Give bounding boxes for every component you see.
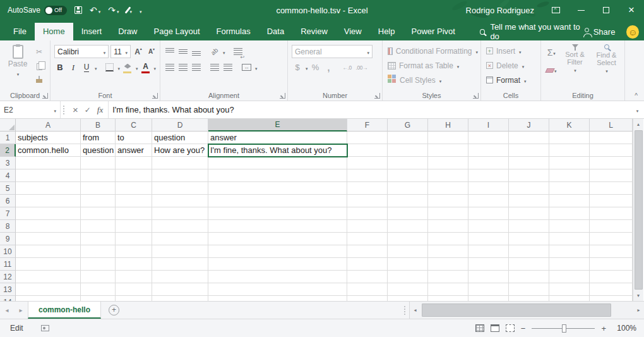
cell-J3[interactable]: [509, 157, 549, 169]
cell-L10[interactable]: [590, 245, 633, 258]
cell-C11[interactable]: [116, 258, 152, 271]
decrease-indent-button[interactable]: [209, 61, 220, 74]
collapse-ribbon-button[interactable]: [635, 92, 638, 99]
cell-G14[interactable]: [388, 296, 428, 301]
cell-H11[interactable]: [428, 258, 468, 271]
cell-K9[interactable]: [549, 233, 590, 245]
underline-button[interactable]: [81, 61, 92, 74]
cell-E8[interactable]: [208, 220, 347, 233]
cell-A1[interactable]: subjects: [16, 132, 81, 144]
feedback-smiley-button[interactable]: [626, 25, 639, 39]
confirm-entry-button[interactable]: [85, 106, 91, 114]
chevron-down-icon[interactable]: [98, 6, 101, 15]
alignment-dialog-launcher[interactable]: [280, 93, 285, 99]
cell-A12[interactable]: [16, 271, 81, 283]
cell-K12[interactable]: [549, 271, 590, 283]
cell-F2[interactable]: [347, 144, 388, 157]
cell-F9[interactable]: [347, 233, 388, 245]
cell-E2[interactable]: I'm fine, thanks. What about you?: [208, 144, 347, 157]
cell-I9[interactable]: [468, 233, 509, 245]
delete-cells-button[interactable]: Delete: [485, 58, 538, 73]
cell-A4[interactable]: [16, 169, 81, 182]
chevron-down-icon[interactable]: [573, 66, 576, 75]
cell-C6[interactable]: [116, 195, 152, 207]
cell-C13[interactable]: [116, 283, 152, 296]
tab-page-layout[interactable]: Page Layout: [146, 23, 208, 40]
cell-H5[interactable]: [428, 182, 468, 195]
align-top-button[interactable]: [164, 46, 176, 58]
cell-D8[interactable]: [152, 220, 208, 233]
chevron-down-icon[interactable]: [103, 47, 106, 56]
cell-E7[interactable]: [208, 207, 347, 220]
cell-J4[interactable]: [509, 169, 549, 182]
cell-C4[interactable]: [116, 169, 152, 182]
styles-dialog-launcher[interactable]: [473, 93, 479, 99]
row-header-2[interactable]: 2: [0, 144, 16, 157]
cell-I5[interactable]: [468, 182, 509, 195]
cell-B5[interactable]: [81, 182, 116, 195]
row-header-7[interactable]: 7: [0, 207, 16, 220]
column-header-G[interactable]: G: [388, 119, 428, 132]
cell-G9[interactable]: [388, 233, 428, 245]
scroll-up-icon[interactable]: ▴: [633, 119, 644, 130]
vertical-scroll-thumb[interactable]: [635, 130, 643, 290]
decrease-decimal-button[interactable]: [355, 61, 369, 74]
column-header-H[interactable]: H: [428, 119, 468, 132]
cell-H3[interactable]: [428, 157, 468, 169]
cell-D9[interactable]: [152, 233, 208, 245]
tell-me-box[interactable]: Tell me what you want to do: [480, 23, 585, 40]
cell-E12[interactable]: [208, 271, 347, 283]
chevron-down-icon[interactable]: [439, 76, 442, 85]
cell-A13[interactable]: [16, 283, 81, 296]
cell-G5[interactable]: [388, 182, 428, 195]
cell-A3[interactable]: [16, 157, 81, 169]
normal-view-button[interactable]: [475, 324, 484, 332]
cut-button[interactable]: [33, 46, 45, 58]
cell-E10[interactable]: [208, 245, 347, 258]
cell-F13[interactable]: [347, 283, 388, 296]
tab-help[interactable]: Help: [370, 23, 403, 40]
cell-B11[interactable]: [81, 258, 116, 271]
cell-E6[interactable]: [208, 195, 347, 207]
cell-L4[interactable]: [590, 169, 633, 182]
redo-button[interactable]: [108, 5, 119, 15]
column-header-A[interactable]: A: [16, 119, 81, 132]
increase-font-size-button[interactable]: [133, 46, 144, 58]
chevron-down-icon[interactable]: [94, 63, 97, 72]
column-header-J[interactable]: J: [509, 119, 549, 132]
cell-G11[interactable]: [388, 258, 428, 271]
tab-file[interactable]: File: [5, 23, 35, 40]
cell-A9[interactable]: [16, 233, 81, 245]
chevron-down-icon[interactable]: [456, 61, 460, 70]
cell-K7[interactable]: [549, 207, 590, 220]
bold-button[interactable]: [54, 61, 66, 74]
cell-C14[interactable]: [116, 296, 152, 301]
cell-I1[interactable]: [468, 132, 509, 144]
cell-B6[interactable]: [81, 195, 116, 207]
scroll-right-icon[interactable]: [633, 305, 644, 316]
cell-B9[interactable]: [81, 233, 116, 245]
cell-D5[interactable]: [152, 182, 208, 195]
format-cells-button[interactable]: Format: [485, 73, 538, 87]
cell-E11[interactable]: [208, 258, 347, 271]
sheet-bar-divider[interactable]: [404, 306, 405, 315]
cell-K13[interactable]: [549, 283, 590, 296]
cell-I12[interactable]: [468, 271, 509, 283]
number-format-combo[interactable]: General: [292, 45, 373, 58]
cell-J7[interactable]: [509, 207, 549, 220]
cell-J14[interactable]: [509, 296, 549, 301]
cell-K8[interactable]: [549, 220, 590, 233]
chevron-down-icon[interactable]: [53, 106, 56, 114]
column-header-I[interactable]: I: [468, 119, 509, 132]
cell-D14[interactable]: [152, 296, 208, 301]
cell-D3[interactable]: [152, 157, 208, 169]
zoom-level[interactable]: 100%: [612, 324, 636, 333]
name-box[interactable]: E2: [0, 101, 61, 118]
autosave-toggle[interactable]: AutoSave Off: [8, 6, 67, 15]
percent-style-button[interactable]: [310, 61, 321, 74]
cell-B4[interactable]: [81, 169, 116, 182]
cell-J11[interactable]: [509, 258, 549, 271]
cell-G7[interactable]: [388, 207, 428, 220]
tab-draw[interactable]: Draw: [110, 23, 145, 40]
cell-I6[interactable]: [468, 195, 509, 207]
